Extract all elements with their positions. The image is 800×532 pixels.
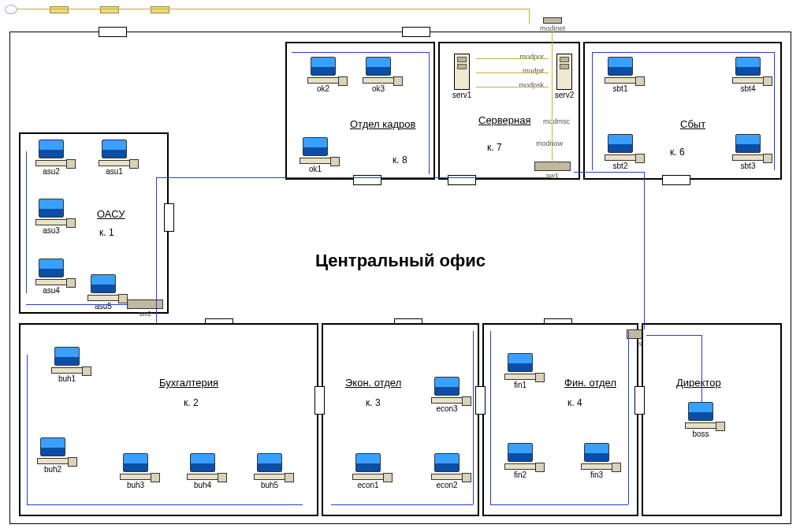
pc-asu3: asu3	[30, 199, 73, 235]
room-sbyt-title: Сбыт	[680, 118, 705, 130]
wire	[490, 331, 491, 504]
wire	[646, 335, 701, 336]
pc-asu4: asu4	[30, 259, 73, 295]
server-serv1: serv1	[446, 54, 478, 99]
wire	[156, 177, 550, 178]
pc-asu5: asu5	[82, 274, 125, 311]
pc-buh4: buh4	[181, 453, 224, 489]
wallplate-icon	[151, 6, 169, 13]
door	[164, 203, 174, 232]
pc-asu1: asu1	[93, 140, 136, 176]
room-econ-title: Экон. отдел	[345, 377, 401, 389]
wire	[774, 52, 775, 170]
wire	[628, 331, 629, 504]
cloud-icon	[5, 5, 17, 14]
room-oasu-no: к. 1	[99, 227, 114, 238]
wire	[17, 9, 530, 9]
room-fin	[482, 323, 638, 516]
wire	[476, 73, 549, 73]
room-buh-no: к. 2	[184, 397, 199, 408]
wire	[552, 32, 553, 166]
modem-modpsk: modpsk	[489, 80, 544, 89]
pc-boss: boss	[679, 402, 722, 438]
door	[662, 175, 690, 185]
wire	[644, 172, 645, 329]
modem-modnow: modnow	[522, 139, 577, 147]
pc-fin2: fin2	[499, 443, 541, 479]
modem-modinet: modinet	[529, 17, 576, 32]
wire	[592, 52, 775, 53]
wire	[701, 335, 702, 402]
room-srv-no: к. 7	[487, 142, 502, 153]
pc-asu2: asu2	[30, 140, 73, 176]
wallplate-icon	[100, 6, 119, 13]
door	[475, 386, 486, 415]
room-fin-no: к. 4	[567, 397, 582, 408]
wire	[292, 52, 430, 53]
wire	[27, 504, 303, 505]
pc-buh5: buh5	[248, 453, 291, 489]
pc-econ2: econ2	[426, 453, 468, 489]
pc-ok2: ok2	[302, 57, 344, 93]
room-econ-no: к. 3	[366, 397, 381, 408]
door	[314, 386, 325, 415]
wire	[26, 151, 27, 293]
wire	[574, 172, 645, 173]
wallplate-icon	[50, 6, 69, 13]
room-dir-title: Директор	[676, 377, 721, 389]
pc-sbt2: sbt2	[599, 134, 642, 170]
pc-econ1: econ1	[347, 453, 389, 489]
door	[353, 175, 381, 185]
room-okadr-no: к. 8	[393, 154, 407, 166]
door	[448, 175, 476, 185]
pc-buh2: buh2	[32, 437, 74, 474]
wire	[476, 58, 549, 59]
wire	[27, 355, 28, 504]
room-okadr-title: Отдел кадров	[350, 118, 415, 130]
wire	[490, 504, 628, 505]
pc-sbt3: sbt3	[727, 134, 769, 170]
pc-buh3: buh3	[114, 453, 157, 489]
server-serv2: serv2	[549, 54, 580, 99]
room-sbyt-no: к. 6	[670, 147, 685, 158]
pc-sbt4: sbt4	[727, 57, 769, 93]
pc-fin3: fin3	[575, 443, 618, 479]
modem-modpor: modpor	[489, 52, 544, 61]
pc-econ3: econ3	[426, 377, 468, 413]
wire	[473, 331, 474, 504]
room-srv-title: Серверная	[478, 114, 531, 126]
pc-ok3: ok3	[357, 57, 400, 93]
room-fin-title: Фин. отдел	[564, 377, 616, 389]
door	[634, 386, 645, 415]
wire	[331, 504, 473, 505]
wire	[476, 87, 549, 87]
switch-sw2: sw2	[126, 299, 164, 318]
room-oasu-title: ОАСУ	[97, 208, 125, 220]
wire	[429, 52, 430, 174]
pc-sbt1: sbt1	[599, 57, 642, 93]
wire	[156, 177, 157, 323]
pc-buh1: buh1	[46, 347, 88, 383]
door	[402, 27, 430, 37]
pc-fin1: fin1	[499, 353, 541, 389]
modem-modpit: modpit	[489, 66, 544, 75]
pc-ok1: ok1	[294, 137, 337, 173]
modem-modmsc: modmsc	[534, 117, 579, 125]
room-buh-title: Бухгалтерия	[159, 377, 218, 389]
wire	[26, 304, 128, 305]
wire	[592, 52, 593, 170]
door	[99, 27, 127, 37]
main-title: Центральный офис	[315, 251, 486, 271]
